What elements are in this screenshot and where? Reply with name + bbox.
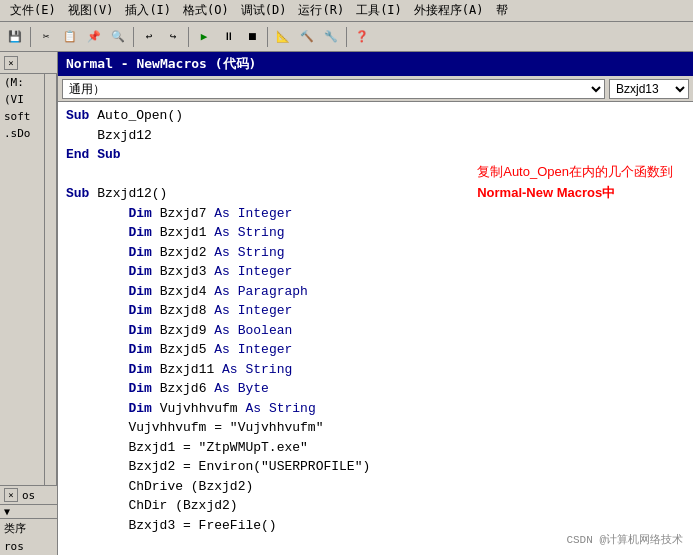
- menu-debug[interactable]: 调试(D): [235, 2, 293, 19]
- editor-container: Normal - NewMacros (代码) 通用） Bzxjd13 Sub …: [58, 52, 693, 555]
- toolbar-sep3: [188, 27, 189, 47]
- code-line: ChDrive (Bzxjd2): [66, 477, 685, 497]
- code-line: Bzxjd2 = Environ("USERPROFILE"): [66, 457, 685, 477]
- sidebar-bottom: × os ▼ 类序 ros: [0, 485, 57, 555]
- code-line: [66, 165, 685, 185]
- toolbar-sep4: [267, 27, 268, 47]
- toolbar-save[interactable]: 💾: [4, 26, 26, 48]
- sidebar-close-btn[interactable]: ×: [4, 56, 18, 70]
- editor-dropdown1[interactable]: 通用）: [62, 79, 605, 99]
- toolbar-b2[interactable]: 🔧: [320, 26, 342, 48]
- toolbar-run[interactable]: ▶: [193, 26, 215, 48]
- toolbar-cut[interactable]: ✂: [35, 26, 57, 48]
- toolbar-find[interactable]: 🔍: [107, 26, 129, 48]
- editor-title: Normal - NewMacros (代码): [66, 55, 256, 73]
- code-line: Dim Bzxjd4 As Paragraph: [66, 282, 685, 302]
- toolbar-sep2: [133, 27, 134, 47]
- sidebar-header: ×: [0, 52, 57, 74]
- toolbar-stop[interactable]: ⏹: [241, 26, 263, 48]
- code-line: Sub Bzxjd12(): [66, 184, 685, 204]
- editor-dropdown2[interactable]: Bzxjd13: [609, 79, 689, 99]
- toolbar-pause[interactable]: ⏸: [217, 26, 239, 48]
- code-line: Sub Auto_Open(): [66, 106, 685, 126]
- menu-format[interactable]: 格式(O): [177, 2, 235, 19]
- code-area[interactable]: Sub Auto_Open() Bzxjd12End Sub Sub Bzxjd…: [58, 102, 693, 555]
- toolbar-copy[interactable]: 📋: [59, 26, 81, 48]
- sidebar-scrollbar[interactable]: [44, 74, 56, 485]
- code-line: Dim Bzxjd11 As String: [66, 360, 685, 380]
- toolbar-design[interactable]: 📐: [272, 26, 294, 48]
- code-line: Dim Bzxjd5 As Integer: [66, 340, 685, 360]
- code-line: Dim Bzxjd1 As String: [66, 223, 685, 243]
- sidebar-item-ros[interactable]: ros: [0, 538, 57, 555]
- menu-tools[interactable]: 工具(I): [350, 2, 408, 19]
- code-line: Dim Bzxjd6 As Byte: [66, 379, 685, 399]
- toolbar-paste[interactable]: 📌: [83, 26, 105, 48]
- code-line: End Sub: [66, 145, 685, 165]
- toolbar-help[interactable]: ❓: [351, 26, 373, 48]
- code-line: Dim Bzxjd2 As String: [66, 243, 685, 263]
- code-line: Dim Bzxjd7 As Integer: [66, 204, 685, 224]
- toolbar: 💾 ✂ 📋 📌 🔍 ↩ ↪ ▶ ⏸ ⏹ 📐 🔨 🔧 ❓: [0, 22, 693, 52]
- menu-file[interactable]: 文件(E): [4, 2, 62, 19]
- code-line: Bzxjd12: [66, 126, 685, 146]
- menu-addins[interactable]: 外接程序(A): [408, 2, 490, 19]
- sidebar-scroll2[interactable]: ▼: [0, 505, 57, 519]
- menu-run[interactable]: 运行(R): [292, 2, 350, 19]
- sidebar-bottom-close1[interactable]: ×: [4, 488, 18, 502]
- code-line: Dim Bzxjd9 As Boolean: [66, 321, 685, 341]
- sidebar-content: (M: (VI soft .sDo: [0, 74, 57, 485]
- menu-insert[interactable]: 插入(I): [119, 2, 177, 19]
- menu-bar: 文件(E) 视图(V) 插入(I) 格式(O) 调试(D) 运行(R) 工具(I…: [0, 0, 693, 22]
- main-area: × (M: (VI soft .sDo × os ▼ 类序 ros Normal…: [0, 52, 693, 555]
- sidebar: × (M: (VI soft .sDo × os ▼ 类序 ros: [0, 52, 58, 555]
- toolbar-sep1: [30, 27, 31, 47]
- menu-view[interactable]: 视图(V): [62, 2, 120, 19]
- code-line: Vujvhhvufm = "Vujvhhvufm": [66, 418, 685, 438]
- sidebar-bottom-label1: os: [22, 489, 35, 502]
- code-line: Dim Bzxjd3 As Integer: [66, 262, 685, 282]
- toolbar-b1[interactable]: 🔨: [296, 26, 318, 48]
- code-line: Bzxjd1 = "ZtpWMUpT.exe": [66, 438, 685, 458]
- code-line: Dim Bzxjd8 As Integer: [66, 301, 685, 321]
- sidebar-bottom-header1: × os: [0, 485, 57, 505]
- editor-titlebar: Normal - NewMacros (代码): [58, 52, 693, 76]
- toolbar-redo[interactable]: ↪: [162, 26, 184, 48]
- code-line: ChDir (Bzxjd2): [66, 496, 685, 516]
- watermark: CSDN @计算机网络技术: [566, 532, 683, 547]
- editor-toolbar: 通用） Bzxjd13: [58, 76, 693, 102]
- toolbar-undo[interactable]: ↩: [138, 26, 160, 48]
- code-line: Dim Vujvhhvufm As String: [66, 399, 685, 419]
- sidebar-item-class[interactable]: 类序: [0, 519, 57, 538]
- menu-help[interactable]: 帮: [490, 2, 514, 19]
- toolbar-sep5: [346, 27, 347, 47]
